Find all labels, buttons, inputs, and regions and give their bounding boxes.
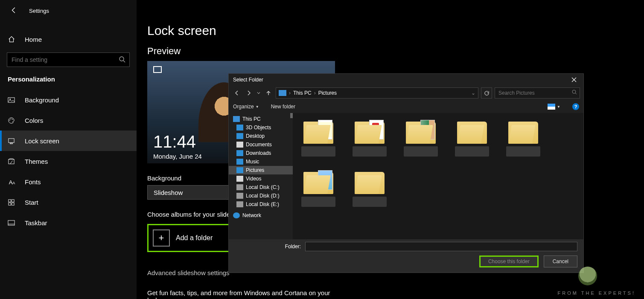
svg-point-6 [12, 119, 13, 119]
disk-icon [236, 193, 243, 199]
select-folder-dialog: Select Folder › This PC › Pictures ⌄ Org… [228, 73, 584, 273]
home-nav[interactable]: Home [0, 31, 137, 47]
nav-up-button[interactable] [264, 88, 273, 98]
folder-item[interactable] [455, 119, 489, 157]
help-icon[interactable]: ? [572, 103, 579, 110]
svg-rect-9 [9, 159, 14, 163]
watermark-text: FROM THE EXPERTS! [557, 290, 635, 296]
svg-rect-8 [10, 143, 13, 144]
dialog-search[interactable] [495, 87, 580, 99]
fonts-icon: AA [8, 178, 16, 186]
tree-item-network[interactable]: Network [229, 211, 293, 220]
chevron-down-icon: ▼ [256, 105, 259, 109]
svg-point-3 [9, 99, 11, 100]
view-menu[interactable]: ▼ [548, 104, 560, 110]
new-folder-button[interactable]: New folder [271, 104, 295, 110]
tree-item-diske[interactable]: Local Disk (E:) [229, 200, 293, 209]
nav-recent-button[interactable] [256, 88, 261, 98]
watermark-mascot [578, 267, 597, 285]
view-icon [548, 104, 555, 110]
search-icon [119, 56, 125, 63]
svg-rect-12 [9, 203, 11, 205]
disk-icon [236, 201, 243, 207]
folder-item[interactable] [353, 169, 387, 207]
dialog-titlebar[interactable]: Select Folder [229, 74, 583, 86]
dialog-title: Select Folder [233, 77, 263, 83]
folder-field-input[interactable] [305, 242, 577, 251]
refresh-button[interactable] [481, 87, 492, 99]
add-folder-button[interactable]: + Add a folder [147, 224, 239, 252]
svg-rect-10 [9, 199, 11, 202]
pc-icon [233, 116, 240, 122]
tree-item-downloads[interactable]: Downloads [229, 149, 293, 157]
tree-item-thispc[interactable]: This PC [229, 115, 293, 123]
tree-item-videos[interactable]: Videos [229, 174, 293, 183]
nav-back-button[interactable] [232, 88, 242, 98]
page-title: Lock screen [147, 23, 644, 38]
sidebar-item-start[interactable]: Start [0, 192, 137, 212]
settings-search[interactable] [7, 52, 130, 67]
close-button[interactable] [569, 76, 579, 83]
sidebar-item-label: Taskbar [25, 219, 47, 226]
desktop-icon [236, 133, 243, 139]
folder-item[interactable] [301, 119, 335, 157]
folder-item[interactable] [353, 119, 387, 157]
folder-item[interactable] [301, 169, 335, 207]
sidebar-item-label: Themes [25, 158, 48, 165]
sidebar-item-colors[interactable]: Colors [0, 110, 137, 131]
dialog-search-input[interactable] [495, 88, 580, 98]
preview-heading: Preview [147, 46, 644, 57]
svg-rect-13 [12, 203, 14, 205]
app-title: Settings [29, 8, 49, 14]
pc-icon [279, 90, 286, 96]
folder-item[interactable] [506, 119, 540, 157]
folder-item[interactable] [404, 119, 438, 157]
disk-icon [236, 184, 243, 190]
choose-folder-button[interactable]: Choose this folder [479, 255, 539, 267]
folder-grid[interactable] [293, 113, 583, 239]
svg-rect-7 [9, 138, 14, 142]
cancel-button[interactable]: Cancel [544, 255, 577, 267]
breadcrumb-bar[interactable]: › This PC › Pictures ⌄ [276, 87, 478, 99]
breadcrumb-item[interactable]: This PC [293, 90, 312, 96]
cube-icon [236, 125, 243, 131]
tree-item-diskc[interactable]: Local Disk (C:) [229, 183, 293, 192]
sidebar-item-background[interactable]: Background [0, 90, 137, 110]
tree-item-pictures[interactable]: Pictures [229, 166, 293, 174]
sidebar-item-label: Lock screen [25, 137, 59, 145]
dropdown-value: Slideshow [154, 189, 183, 196]
svg-line-17 [575, 93, 577, 94]
home-icon [8, 35, 16, 43]
search-input[interactable] [7, 52, 130, 67]
folder-tree[interactable]: This PC 3D Objects Desktop Documents Dow… [229, 113, 293, 239]
folder-label [301, 146, 335, 157]
sidebar-item-lockscreen[interactable]: Lock screen [0, 131, 137, 151]
lock-icon [8, 137, 16, 145]
tree-item-desktop[interactable]: Desktop [229, 132, 293, 140]
chevron-down-icon[interactable]: ⌄ [471, 90, 475, 96]
sidebar-item-fonts[interactable]: AA Fonts [0, 171, 137, 192]
music-icon [236, 159, 243, 165]
nav-forward-button[interactable] [244, 88, 254, 98]
back-button[interactable] [10, 6, 19, 15]
svg-line-1 [123, 61, 125, 62]
tree-item-music[interactable]: Music [229, 157, 293, 166]
plus-icon: + [153, 229, 170, 247]
tree-item-3dobjects[interactable]: 3D Objects [229, 123, 293, 132]
sidebar-item-taskbar[interactable]: Taskbar [0, 212, 137, 233]
organize-menu[interactable]: Organize ▼ [233, 104, 259, 110]
folder-field-label: Folder: [235, 244, 301, 250]
tree-item-documents[interactable]: Documents [229, 140, 293, 149]
folder-label [353, 197, 387, 207]
slideshow-icon [153, 66, 162, 73]
image-icon [8, 96, 16, 104]
breadcrumb-item[interactable]: Pictures [318, 90, 337, 96]
home-label: Home [25, 36, 42, 43]
svg-point-5 [11, 118, 12, 119]
tree-item-diskd[interactable]: Local Disk (D:) [229, 192, 293, 200]
sidebar-item-themes[interactable]: Themes [0, 151, 137, 171]
folder-label [301, 197, 335, 207]
folder-label [455, 146, 489, 157]
network-icon [233, 212, 240, 218]
svg-rect-14 [8, 220, 15, 225]
